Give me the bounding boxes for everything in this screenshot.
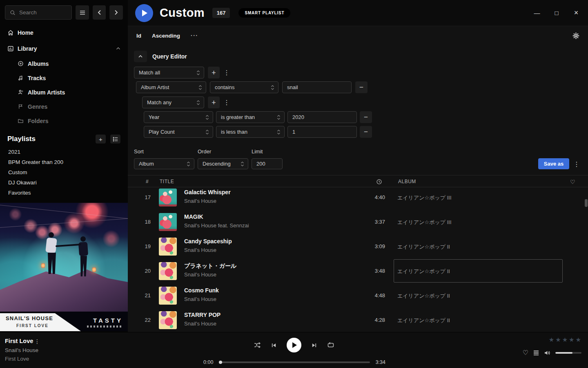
sidebar-item-library[interactable]: Library	[0, 40, 128, 56]
artist-icon	[18, 89, 24, 95]
limit-input[interactable]	[252, 158, 283, 169]
add-nested-rule-button[interactable]: +	[208, 96, 220, 108]
playlist-item[interactable]: Favorites	[0, 188, 128, 198]
remove-rule-button[interactable]: −	[360, 111, 372, 123]
star-icon[interactable]: ★	[569, 336, 574, 343]
star-icon[interactable]: ★	[562, 336, 568, 343]
close-button[interactable]: ×	[572, 9, 581, 17]
rule-operator-select[interactable]: is greater than	[216, 111, 285, 123]
repeat-button[interactable]	[327, 342, 334, 348]
save-menu-button[interactable]: ⋮	[573, 160, 580, 168]
sidebar-item-tracks[interactable]: Tracks	[0, 71, 128, 85]
playlist-item[interactable]: BPM Greater than 200	[0, 157, 128, 167]
column-title[interactable]: TITLE	[160, 179, 174, 184]
star-icon[interactable]: ★	[555, 336, 561, 343]
track-duration: 4:48	[356, 292, 385, 298]
settings-button[interactable]	[572, 32, 579, 39]
add-rule-button[interactable]: +	[208, 67, 220, 79]
track-album[interactable]: エイリアン☆ポップ II	[397, 243, 450, 251]
remove-rule-button[interactable]: −	[355, 81, 368, 93]
track-album[interactable]: エイリアン☆ポップ II	[397, 292, 450, 300]
volume-icon[interactable]	[544, 350, 551, 356]
rule-field-select[interactable]: Play Count	[144, 126, 213, 138]
nested-match-type-select[interactable]: Match any	[142, 96, 204, 108]
favorite-button[interactable]: ♡	[523, 349, 528, 357]
sort-select[interactable]: Album	[134, 158, 194, 169]
collapse-query-editor-button[interactable]	[134, 51, 147, 62]
table-row[interactable]: 19 Candy Spaceship Snail's House 3:09 エイ…	[128, 234, 588, 259]
more-options-button[interactable]: ···	[191, 32, 198, 39]
chevron-up-icon	[138, 55, 143, 58]
column-album[interactable]: ALBUM	[398, 179, 416, 184]
playlist-item[interactable]: 2021	[0, 147, 128, 157]
table-row[interactable]: 18 MAGIK Snail's House feat. Sennzai 3:3…	[128, 210, 588, 234]
rule-field-select[interactable]: Album Artist	[136, 81, 206, 93]
order-select[interactable]: Descending	[198, 158, 248, 169]
select-value: Descending	[203, 161, 231, 167]
forward-button[interactable]	[109, 5, 123, 20]
rule-operator-select[interactable]: contains	[210, 81, 278, 93]
sidebar-item-genres[interactable]: Genres	[0, 99, 128, 114]
playlist-item[interactable]: Custom	[0, 167, 128, 177]
sidebar-item-folders[interactable]: Folders	[0, 114, 128, 128]
sort-direction-button[interactable]: Ascending	[152, 33, 180, 39]
select-caret-icon	[187, 161, 190, 167]
rule-value-input[interactable]	[282, 81, 352, 93]
folder-icon	[18, 118, 24, 124]
chevron-up-icon[interactable]	[116, 47, 120, 50]
rule-field-select[interactable]: Year	[144, 111, 213, 123]
table-row[interactable]: 21 Cosmo Funk Snail's House 4:48 エイリアン☆ポ…	[128, 283, 588, 308]
playlist-list-button[interactable]	[110, 135, 120, 144]
rating-control[interactable]: ★★★★★	[549, 336, 581, 343]
table-row[interactable]: 22 STARRY POP Snail's House 4:28 エイリアン☆ポ…	[128, 308, 588, 332]
track-album[interactable]: エイリアン☆ポップ II	[397, 268, 450, 275]
star-icon[interactable]: ★	[576, 336, 581, 343]
play-playlist-button[interactable]	[135, 4, 153, 22]
track-table-header: # TITLE ALBUM ♡	[128, 175, 588, 187]
favorite-column-heart-icon[interactable]: ♡	[570, 179, 575, 185]
rule-value-input[interactable]	[287, 111, 357, 123]
track-artist: Snail's House feat. Sennzai	[184, 222, 249, 229]
select-caret-icon	[271, 85, 274, 90]
track-album[interactable]: エイリアン☆ポップ III	[397, 219, 452, 226]
rule-group-menu-button[interactable]: ⋮	[223, 69, 231, 76]
previous-button[interactable]	[271, 342, 277, 348]
player-bar: First Love ⋮ Snail's House First Love 0:…	[0, 332, 588, 368]
track-album[interactable]: エイリアン☆ポップ III	[397, 194, 452, 202]
track-title: Candy Spaceship	[184, 238, 232, 245]
progress-thumb[interactable]	[219, 361, 222, 364]
add-playlist-button[interactable]: +	[96, 135, 106, 144]
search-input[interactable]: Search	[5, 5, 72, 20]
maximize-button[interactable]: □	[552, 9, 561, 16]
back-button[interactable]	[93, 5, 106, 20]
queue-button[interactable]	[533, 350, 539, 356]
minimize-button[interactable]: —	[532, 9, 541, 16]
next-button[interactable]	[311, 342, 317, 348]
duration-column-clock-icon[interactable]	[376, 179, 382, 185]
track-album[interactable]: エイリアン☆ポップ II	[397, 317, 450, 324]
save-as-button[interactable]: Save as	[538, 158, 569, 169]
column-index[interactable]: #	[146, 179, 149, 184]
table-row[interactable]: 20 プラネット・ガール Snail's House 3:48 エイリアン☆ポッ…	[128, 259, 588, 283]
star-icon[interactable]: ★	[549, 336, 554, 343]
sidebar-item-home[interactable]: Home	[0, 25, 128, 40]
volume-slider[interactable]	[555, 352, 581, 354]
shuffle-button[interactable]	[254, 342, 261, 348]
rule-operator-select[interactable]: is less than	[216, 126, 285, 138]
sidebar-item-albums[interactable]: Albums	[0, 56, 128, 71]
sort-field-button[interactable]: Id	[136, 33, 141, 39]
menu-button[interactable]	[76, 5, 89, 20]
now-playing-album[interactable]: First Love	[5, 356, 29, 362]
sidebar-item-album-artists[interactable]: Album Artists	[0, 85, 128, 99]
progress-bar[interactable]	[219, 361, 370, 363]
nested-group-menu-button[interactable]: ⋮	[223, 99, 231, 106]
remove-rule-button[interactable]: −	[360, 126, 372, 138]
playlist-item[interactable]: DJ Okawari	[0, 177, 128, 188]
scrollbar-thumb[interactable]	[585, 199, 588, 207]
table-row[interactable]: 17 Galactic Whisper Snail's House 4:40 エ…	[128, 188, 588, 210]
track-artist: Snail's House	[184, 247, 216, 253]
lantern-string	[0, 204, 128, 223]
match-type-select[interactable]: Match all	[134, 67, 204, 79]
play-pause-button[interactable]	[287, 338, 301, 352]
rule-value-input[interactable]	[287, 126, 357, 138]
